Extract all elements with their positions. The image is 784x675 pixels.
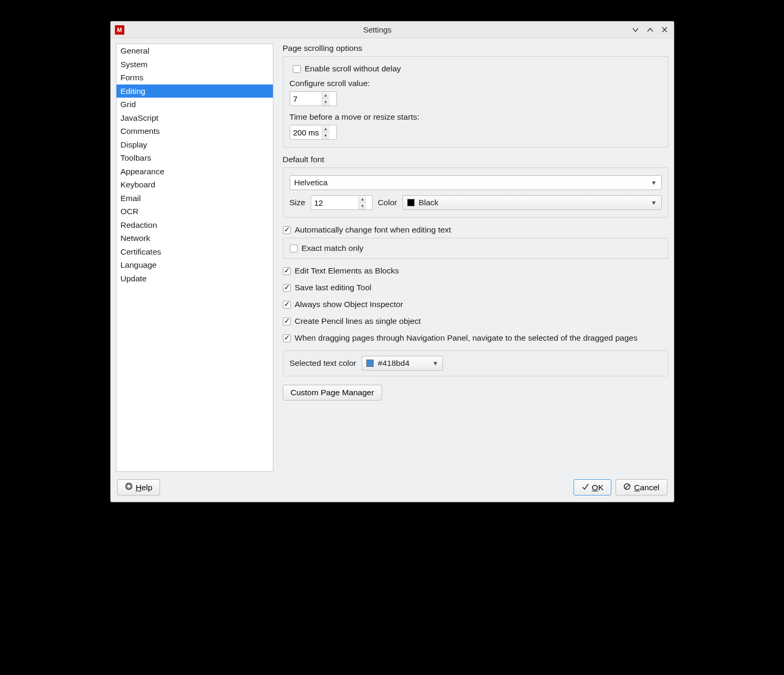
spinner-down-icon[interactable]: ▼ (359, 203, 366, 210)
chevron-down-icon: ▼ (432, 360, 438, 366)
selected-text-color-value: #418bd4 (378, 358, 428, 368)
custom-page-manager-button[interactable]: Custom Page Manager (283, 385, 382, 400)
flag-input-2[interactable] (283, 301, 291, 309)
sidebar-item-redaction[interactable]: Redaction (116, 218, 273, 232)
selected-text-color-combo[interactable]: #418bd4 ▼ (362, 356, 443, 371)
settings-dialog: Settings GeneralSystemFormsEditingGridJa… (110, 21, 674, 502)
auto-font-label: Automatically change font when editing t… (295, 225, 451, 235)
scroll-section-title: Page scrolling options (283, 44, 669, 53)
flag-label-3: Create Pencil lines as single object (295, 317, 421, 326)
flag-input-0[interactable] (283, 267, 291, 275)
flag-input-1[interactable] (283, 284, 291, 292)
svg-point-0 (125, 483, 132, 490)
dialog-footer: Help OK Cancel (111, 477, 674, 502)
flag-checkbox-4[interactable]: When dragging pages through Navigation P… (283, 333, 638, 343)
exact-match-group: Exact match only (283, 238, 669, 259)
sidebar-item-keyboard[interactable]: Keyboard (116, 178, 273, 192)
flag-label-0: Edit Text Elements as Blocks (295, 266, 399, 276)
chevron-down-icon: ▼ (651, 180, 657, 186)
selected-text-color-label: Selected text color (290, 358, 357, 368)
enable-scroll-label: Enable scroll without delay (305, 64, 401, 73)
app-icon (115, 25, 124, 35)
exact-match-label: Exact match only (302, 244, 364, 253)
titlebar: Settings (111, 22, 674, 38)
font-size-spinner[interactable]: ▲ ▼ (311, 195, 373, 210)
sidebar-item-display[interactable]: Display (116, 138, 273, 152)
flag-checkbox-0[interactable]: Edit Text Elements as Blocks (283, 266, 399, 276)
cancel-label: Cancel (634, 483, 659, 492)
font-size-label: Size (290, 198, 305, 207)
flag-label-4: When dragging pages through Navigation P… (295, 333, 638, 343)
sidebar-item-forms[interactable]: Forms (116, 71, 273, 85)
sidebar-item-system[interactable]: System (116, 58, 273, 71)
svg-line-3 (625, 484, 629, 489)
sidebar-item-toolbars[interactable]: Toolbars (116, 151, 273, 165)
chevron-down-icon: ▼ (651, 199, 657, 206)
flag-label-2: Always show Object Inspector (295, 300, 404, 309)
flag-checkbox-2[interactable]: Always show Object Inspector (283, 300, 404, 309)
flag-input-3[interactable] (283, 318, 291, 325)
flag-checkbox-1[interactable]: Save last editing Tool (283, 283, 372, 292)
sidebar-item-grid[interactable]: Grid (116, 98, 273, 111)
color-swatch-icon (366, 360, 374, 367)
resize-delay-input[interactable] (290, 125, 322, 139)
close-icon[interactable] (660, 25, 670, 35)
resize-delay-spinner[interactable]: ▲ ▼ (290, 125, 337, 140)
enable-scroll-input[interactable] (293, 65, 301, 73)
sidebar-item-general[interactable]: General (116, 44, 273, 58)
sidebar-item-network[interactable]: Network (116, 231, 273, 245)
scroll-group: Enable scroll without delay Configure sc… (283, 56, 669, 147)
flag-checkbox-3[interactable]: Create Pencil lines as single object (283, 317, 421, 326)
sidebar-item-update[interactable]: Update (116, 272, 273, 286)
spinner-up-icon[interactable]: ▲ (322, 92, 330, 99)
cancel-button[interactable]: Cancel (616, 479, 667, 495)
scroll-value-input[interactable] (290, 92, 322, 106)
font-family-value: Helvetica (294, 178, 647, 187)
sidebar-item-comments[interactable]: Comments (116, 124, 273, 138)
scroll-value-spinner[interactable]: ▲ ▼ (290, 91, 337, 106)
flag-input-4[interactable] (283, 334, 291, 342)
ok-button[interactable]: OK (574, 479, 611, 495)
category-sidebar: GeneralSystemFormsEditingGridJavaScriptC… (116, 44, 273, 472)
flag-label-1: Save last editing Tool (295, 283, 372, 292)
font-size-input[interactable] (311, 196, 358, 209)
font-group: Helvetica ▼ Size ▲ ▼ Color (283, 167, 669, 218)
exact-match-checkbox[interactable]: Exact match only (290, 244, 662, 253)
svg-rect-1 (127, 484, 131, 488)
font-color-label: Color (378, 198, 397, 207)
maximize-icon[interactable] (645, 25, 655, 35)
enable-scroll-checkbox[interactable]: Enable scroll without delay (293, 64, 401, 73)
sidebar-item-javascript[interactable]: JavaScript (116, 111, 273, 125)
window-title: Settings (124, 25, 631, 34)
spinner-down-icon[interactable]: ▼ (322, 133, 330, 140)
sidebar-item-editing[interactable]: Editing (116, 85, 273, 98)
color-swatch-icon (407, 199, 415, 206)
sidebar-item-certificates[interactable]: Certificates (116, 245, 273, 259)
cancel-icon (623, 483, 631, 492)
spinner-down-icon[interactable]: ▼ (322, 99, 330, 106)
auto-font-input[interactable] (283, 226, 291, 234)
font-color-combo[interactable]: Black ▼ (402, 195, 662, 210)
sidebar-item-language[interactable]: Language (116, 258, 273, 272)
minimize-icon[interactable] (631, 25, 640, 35)
font-section-title: Default font (283, 155, 669, 164)
exact-match-input[interactable] (290, 245, 298, 252)
configure-scroll-label: Configure scroll value: (290, 79, 370, 88)
resize-delay-label: Time before a move or resize starts: (290, 112, 420, 122)
editing-flags-list: Edit Text Elements as BlocksSave last ed… (283, 266, 669, 343)
help-label: Help (136, 483, 153, 492)
selected-text-color-group: Selected text color #418bd4 ▼ (283, 350, 669, 376)
ok-label: OK (592, 483, 603, 492)
help-button[interactable]: Help (117, 479, 161, 495)
settings-content: Page scrolling options Enable scroll wit… (273, 44, 669, 472)
font-family-combo[interactable]: Helvetica ▼ (290, 175, 662, 190)
help-icon (125, 482, 133, 492)
font-color-value: Black (419, 198, 647, 207)
spinner-up-icon[interactable]: ▲ (322, 125, 330, 133)
spinner-up-icon[interactable]: ▲ (359, 196, 366, 203)
check-icon (581, 483, 589, 492)
sidebar-item-appearance[interactable]: Appearance (116, 165, 273, 178)
auto-font-checkbox[interactable]: Automatically change font when editing t… (283, 225, 451, 235)
sidebar-item-ocr[interactable]: OCR (116, 205, 273, 218)
sidebar-item-email[interactable]: Email (116, 192, 273, 205)
